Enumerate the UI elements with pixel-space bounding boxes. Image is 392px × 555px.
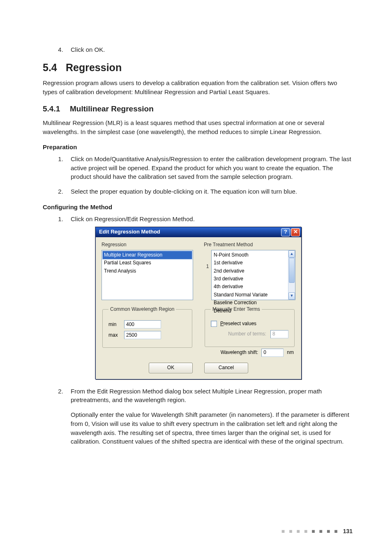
list-item[interactable]: 2nd derivative [212,267,288,275]
text: Select the proper equation by double-cli… [71,188,297,195]
regression-label: Regression [101,241,193,248]
preparation-heading: Preparation [43,143,353,150]
max-input[interactable]: 2500 [124,331,161,339]
scroll-down-button[interactable]: ▼ [288,292,295,300]
max-value: 2500 [126,332,137,339]
chevron-down-icon: ▼ [290,293,294,298]
cancel-label: Cancel [219,364,234,371]
edit-regression-method-dialog: Edit Regression Method ? ✕ Regression Mu… [95,227,302,379]
scroll-track[interactable] [288,258,295,292]
number-of-terms-label: Number of terms: [228,331,266,338]
nterms-value: 8 [272,331,275,338]
number-of-terms-input: 8 [270,330,288,338]
list-item[interactable]: 1st derivative [212,259,288,267]
text: From the Edit Regression Method dialog b… [71,388,322,404]
scrollbar[interactable]: ▲ ▼ [288,250,295,300]
section-title: Regression [66,62,122,73]
dialog-titlebar[interactable]: Edit Regression Method ? ✕ [96,227,301,237]
list-item[interactable]: N-Point Smooth [212,251,288,259]
configuring-heading: Configuring the Method [43,204,353,210]
cwr-legend: Common Wavelength Region [108,306,176,313]
page-footer: ■ ■ ■ ■ ■ ■ ■ ■ 131 [281,528,353,534]
list-item: Select the proper equation by double-cli… [65,187,353,196]
help-icon: ? [284,228,287,236]
chevron-up-icon: ▲ [290,251,294,257]
min-input[interactable]: 400 [124,320,161,328]
pre-list: Click on OK. [43,45,353,54]
common-wavelength-region-group: Common Wavelength Region min 400 max 250… [102,306,192,348]
min-value: 400 [126,321,134,328]
list-item[interactable]: 4th derivative [212,283,288,291]
followup-paragraph: Optionally enter the value for Wavelengt… [71,410,353,446]
list-item: Click on Regression/Edit Regression Meth… [65,215,353,379]
min-label: min [108,321,120,328]
list-item: From the Edit Regression Method dialog b… [65,387,353,446]
subsection-number: 5.4.1 [43,104,70,113]
dialog-body: Regression Multiple Linear Regression Pa… [96,237,301,379]
pretreatment-label: Pre Treatment Method [204,241,295,248]
preselect-values-checkbox[interactable] [211,321,217,327]
ok-label: OK [167,364,174,371]
section-heading: 5.4Regression [43,62,353,74]
section-number: 5.4 [43,62,66,74]
list-item[interactable]: 3rd derivative [212,275,288,283]
list-item[interactable]: Trend Analysis [103,267,192,275]
mlr-paragraph: Multilinear Regression (MLR) is a least … [43,118,353,137]
wavelength-shift-label: Wavelength shift: [221,349,258,356]
max-label: max [108,332,120,339]
subsection-title: Multilinear Regression [70,104,154,113]
page-number: 131 [343,528,353,534]
regression-listbox[interactable]: Multiple Linear Regression Partial Least… [101,250,193,300]
pre-list-item: Click on OK. [65,45,353,54]
manually-enter-terms-group: Manually Enter Terms Preselect values Nu… [205,306,295,347]
wavelength-shift-unit: nm [287,349,294,356]
list-item[interactable]: Standard Normal Variate [212,291,288,299]
footer-dots-icon: ■ ■ ■ ■ ■ ■ ■ ■ [281,528,339,534]
list-item: Click on Mode/Quantitative Analysis/Regr… [65,155,353,181]
scroll-up-button[interactable]: ▲ [288,250,295,258]
list-item[interactable]: Partial Least Squares [103,259,192,267]
close-button[interactable]: ✕ [291,228,300,236]
list-item[interactable]: Multiple Linear Regression [103,251,192,259]
wavelength-shift-value: 0 [263,349,266,356]
wavelength-shift-input[interactable]: 0 [261,349,284,357]
ok-button[interactable]: OK [149,363,193,373]
met-legend: Manually Enter Terms [211,306,262,313]
help-button[interactable]: ? [281,228,290,236]
subsection-heading: 5.4.1Multilinear Regression [43,104,353,113]
text: Click on Regression/Edit Regression Meth… [71,215,195,222]
intro-paragraph: Regression program allows users to devel… [43,79,353,97]
preparation-list: Click on Mode/Quantitative Analysis/Regr… [43,155,353,196]
text: Click on Mode/Quantitative Analysis/Regr… [71,155,351,180]
configuring-list: Click on Regression/Edit Regression Meth… [43,215,353,446]
preselect-values-label: Preselect values [220,320,256,327]
text: Click on OK. [71,46,105,53]
ptm-index: 1 [204,250,211,300]
pretreatment-listbox[interactable]: N-Point Smooth 1st derivative 2nd deriva… [211,250,295,300]
scroll-thumb[interactable] [289,258,295,283]
close-icon: ✕ [293,228,298,236]
dialog-title: Edit Regression Method [99,228,280,236]
cancel-button[interactable]: Cancel [204,363,248,373]
dialog-screenshot: Edit Regression Method ? ✕ Regression Mu… [95,227,353,379]
